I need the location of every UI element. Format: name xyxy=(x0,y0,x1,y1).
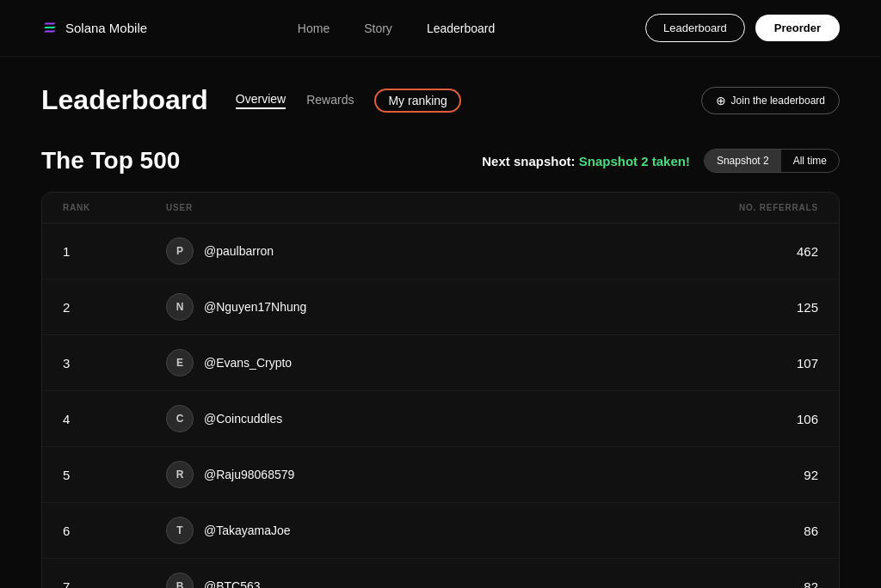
referrals-cell: 106 xyxy=(681,412,818,426)
avatar: N xyxy=(166,293,194,321)
avatar: P xyxy=(166,237,194,265)
section-header: The Top 500 Next snapshot: Snapshot 2 ta… xyxy=(41,147,840,175)
table-row[interactable]: 3 E @Evans_Crypto 107 xyxy=(42,335,839,391)
avatar: B xyxy=(166,573,194,588)
tab-rewards[interactable]: Rewards xyxy=(306,93,354,108)
nav-links: Home Story Leaderboard xyxy=(298,21,495,35)
snapshot-label: Next snapshot: xyxy=(482,154,575,168)
user-cell: T @TakayamaJoe xyxy=(166,517,681,544)
user-cell: E @Evans_Crypto xyxy=(166,349,681,377)
avatar: R xyxy=(166,461,194,488)
snapshot-tab-alltime[interactable]: All time xyxy=(781,150,839,172)
snapshot-filter-tabs: Snapshot 2 All time xyxy=(704,149,840,173)
avatar: T xyxy=(166,517,194,544)
leaderboard-nav-button[interactable]: Leaderboard xyxy=(645,14,745,42)
table-row[interactable]: 2 N @Nguyen17Nhung 125 xyxy=(42,279,839,335)
page-header: Leaderboard Overview Rewards My ranking … xyxy=(0,57,881,133)
rank-cell: 3 xyxy=(63,356,166,371)
table-row[interactable]: 5 R @Raju98068579 92 xyxy=(42,447,839,503)
join-button-label: Join the leaderboard xyxy=(731,95,825,107)
username: @Evans_Crypto xyxy=(204,356,292,370)
leaderboard-tabs: Overview Rewards My ranking xyxy=(236,89,461,113)
col-rank-header: Rank xyxy=(63,203,166,212)
rank-cell: 7 xyxy=(63,579,166,589)
rank-cell: 1 xyxy=(63,244,166,259)
snapshot-tab-snapshot2[interactable]: Snapshot 2 xyxy=(705,150,781,172)
table-header: Rank User No. Referrals xyxy=(42,193,839,224)
nav-leaderboard[interactable]: Leaderboard xyxy=(427,21,495,35)
referrals-cell: 462 xyxy=(681,244,818,259)
rank-cell: 6 xyxy=(63,524,166,538)
section-title: The Top 500 xyxy=(41,147,180,175)
username: @Raju98068579 xyxy=(204,468,294,481)
username: @paulbarron xyxy=(204,244,274,258)
username: @Nguyen17Nhung xyxy=(204,300,306,314)
rank-cell: 5 xyxy=(63,468,166,482)
page-title: Leaderboard xyxy=(41,84,208,116)
rank-cell: 2 xyxy=(63,300,166,315)
referrals-cell: 92 xyxy=(681,468,818,482)
page-header-left: Leaderboard Overview Rewards My ranking xyxy=(41,84,461,116)
user-cell: N @Nguyen17Nhung xyxy=(166,293,681,321)
nav-actions: Leaderboard Preorder xyxy=(645,14,840,42)
referrals-cell: 125 xyxy=(681,300,818,315)
table-row[interactable]: 1 P @paulbarron 462 xyxy=(42,224,839,279)
avatar: C xyxy=(166,405,194,432)
snapshot-info: Next snapshot: Snapshot 2 taken! Snapsho… xyxy=(482,149,840,173)
nav-story[interactable]: Story xyxy=(364,21,392,35)
username: @TakayamaJoe xyxy=(204,524,291,537)
username: @BTC563 xyxy=(204,579,261,588)
main-content: The Top 500 Next snapshot: Snapshot 2 ta… xyxy=(0,133,881,588)
snapshot-value: Snapshot 2 taken! xyxy=(579,154,690,168)
leaderboard-table: Rank User No. Referrals 1 P @paulbarron … xyxy=(41,192,840,588)
user-cell: P @paulbarron xyxy=(166,237,681,265)
rank-cell: 4 xyxy=(63,412,166,426)
referrals-cell: 86 xyxy=(681,524,818,538)
col-user-header: User xyxy=(166,203,681,212)
table-row[interactable]: 4 C @Coincuddles 106 xyxy=(42,391,839,447)
plus-icon: ⊕ xyxy=(716,94,726,107)
col-referrals-header: No. Referrals xyxy=(681,203,818,212)
snapshot-label-group: Next snapshot: Snapshot 2 taken! xyxy=(482,154,690,168)
table-row[interactable]: 6 T @TakayamaJoe 86 xyxy=(42,503,839,559)
table-body: 1 P @paulbarron 462 2 N @Nguyen17Nhung 1… xyxy=(42,224,839,588)
navbar: Solana Mobile Home Story Leaderboard Lea… xyxy=(0,0,881,57)
referrals-cell: 107 xyxy=(681,356,818,371)
tab-overview[interactable]: Overview xyxy=(236,92,286,109)
join-leaderboard-button[interactable]: ⊕ Join the leaderboard xyxy=(701,87,840,114)
preorder-button[interactable]: Preorder xyxy=(755,15,840,41)
referrals-cell: 82 xyxy=(681,579,818,589)
table-row[interactable]: 7 B @BTC563 82 xyxy=(42,559,839,588)
username: @Coincuddles xyxy=(204,412,282,426)
user-cell: B @BTC563 xyxy=(166,573,681,588)
tab-my-ranking[interactable]: My ranking xyxy=(374,89,460,113)
brand-logo[interactable]: Solana Mobile xyxy=(41,20,147,37)
solana-logo-icon xyxy=(41,20,59,37)
avatar: E xyxy=(166,349,194,377)
nav-home[interactable]: Home xyxy=(298,21,330,35)
brand-name: Solana Mobile xyxy=(65,21,147,35)
user-cell: R @Raju98068579 xyxy=(166,461,681,488)
user-cell: C @Coincuddles xyxy=(166,405,681,432)
